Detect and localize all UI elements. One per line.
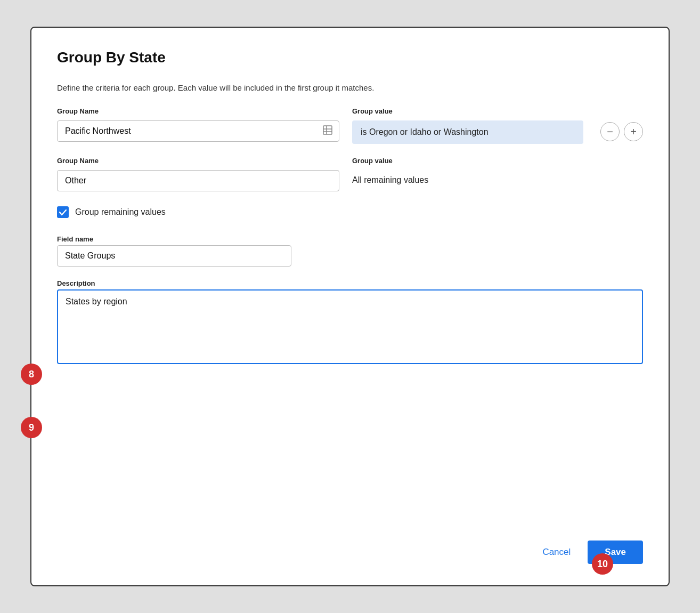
step-badge-8: 8	[21, 364, 42, 385]
description-section: Description States by region	[57, 279, 643, 366]
group-remaining-checkbox[interactable]	[57, 206, 69, 218]
group2-value-static: All remaining values	[352, 170, 643, 190]
minus-icon: −	[607, 126, 613, 137]
step-badge-10: 10	[592, 553, 613, 575]
group-by-state-dialog: 8 9 10 Group By State Define the criteri…	[30, 27, 670, 586]
group1-name-input-wrapper	[57, 120, 339, 142]
table-icon	[322, 125, 333, 138]
field-name-input[interactable]	[57, 245, 291, 267]
field-name-section: Field name	[57, 235, 643, 267]
group-row-1: Group Name Group value is Oregon or Idah…	[57, 107, 643, 144]
group1-value-label: Group value	[352, 107, 583, 115]
svg-rect-0	[323, 126, 332, 134]
dialog-title: Group By State	[57, 49, 643, 66]
button-row: Cancel Save	[57, 519, 643, 564]
remove-group1-button[interactable]: −	[600, 122, 620, 141]
plus-icon: +	[630, 126, 637, 137]
group1-name-input[interactable]	[57, 120, 339, 142]
group1-name-label: Group Name	[57, 107, 339, 115]
group1-value-col: Group value is Oregon or Idaho or Washin…	[352, 107, 583, 144]
group2-name-input[interactable]	[57, 170, 339, 191]
group1-controls: − +	[600, 107, 643, 141]
description-textarea[interactable]: States by region	[57, 289, 643, 364]
group-row-2: Group Name Group value All remaining val…	[57, 157, 643, 191]
group2-value-col: Group value All remaining values	[352, 157, 643, 190]
checkbox-row[interactable]: Group remaining values	[57, 206, 643, 218]
add-group-button[interactable]: +	[624, 122, 643, 141]
group2-name-label: Group Name	[57, 157, 339, 165]
cancel-button[interactable]: Cancel	[534, 542, 579, 563]
step-badge-9: 9	[21, 417, 42, 438]
group2-name-col: Group Name	[57, 157, 339, 191]
group1-name-col: Group Name	[57, 107, 339, 142]
field-name-label: Field name	[57, 235, 643, 243]
group1-value-box: is Oregon or Idaho or Washington	[352, 120, 583, 144]
instructions-text: Define the criteria for each group. Each…	[57, 83, 643, 92]
description-label: Description	[57, 279, 643, 287]
checkbox-label: Group remaining values	[75, 207, 166, 217]
group2-value-label: Group value	[352, 157, 643, 165]
